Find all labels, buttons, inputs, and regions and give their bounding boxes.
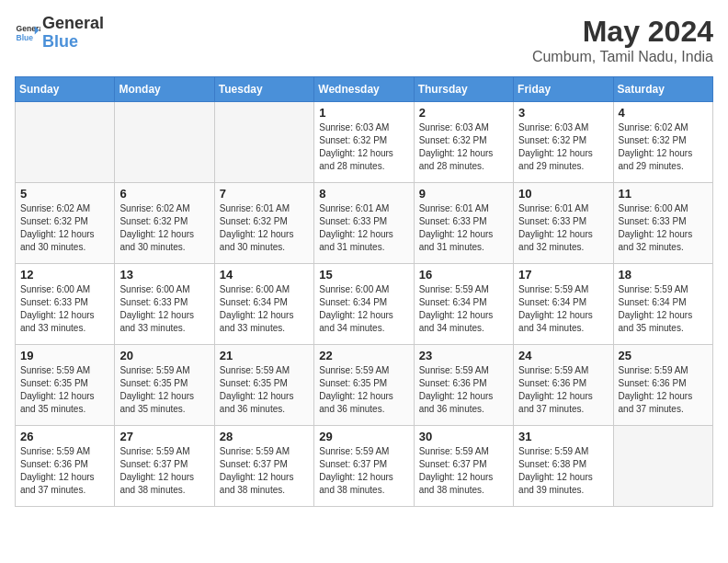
day-info: Sunrise: 5:59 AMSunset: 6:37 PMDaylight:… [220,445,309,497]
calendar-week-2: 5Sunrise: 6:02 AMSunset: 6:32 PMDaylight… [16,183,713,264]
calendar-week-4: 19Sunrise: 5:59 AMSunset: 6:35 PMDayligh… [16,345,713,426]
day-info: Sunrise: 6:01 AMSunset: 6:33 PMDaylight:… [518,202,608,254]
calendar-cell [613,426,712,507]
header-friday: Friday [514,77,613,102]
location: Cumbum, Tamil Nadu, India [532,49,713,65]
day-info: Sunrise: 5:59 AMSunset: 6:36 PMDaylight:… [419,364,508,416]
day-info: Sunrise: 6:00 AMSunset: 6:34 PMDaylight:… [220,283,309,335]
day-number: 12 [20,268,109,282]
day-number: 13 [119,268,209,282]
calendar-cell: 16Sunrise: 5:59 AMSunset: 6:34 PMDayligh… [414,264,513,345]
calendar-cell: 29Sunrise: 5:59 AMSunset: 6:37 PMDayligh… [314,426,414,507]
calendar-cell [214,102,313,183]
day-number: 21 [220,349,309,362]
calendar-cell: 6Sunrise: 6:02 AMSunset: 6:32 PMDaylight… [115,183,214,264]
day-number: 29 [319,430,408,443]
day-number: 22 [319,349,408,362]
page-header: General Blue GeneralBlue May 2024 Cumbum… [15,15,713,65]
calendar-cell: 7Sunrise: 6:01 AMSunset: 6:32 PMDaylight… [214,183,313,264]
day-number: 23 [419,349,508,362]
calendar-cell: 24Sunrise: 5:59 AMSunset: 6:36 PMDayligh… [514,345,613,426]
day-info: Sunrise: 5:59 AMSunset: 6:35 PMDaylight:… [20,364,109,416]
day-number: 5 [20,187,109,201]
day-number: 16 [419,268,508,282]
day-info: Sunrise: 5:59 AMSunset: 6:37 PMDaylight:… [419,445,508,497]
day-info: Sunrise: 6:01 AMSunset: 6:33 PMDaylight:… [419,202,508,254]
day-info: Sunrise: 5:59 AMSunset: 6:35 PMDaylight:… [319,364,408,416]
day-info: Sunrise: 6:03 AMSunset: 6:32 PMDaylight:… [419,121,508,173]
calendar-cell: 10Sunrise: 6:01 AMSunset: 6:33 PMDayligh… [514,183,613,264]
day-info: Sunrise: 6:02 AMSunset: 6:32 PMDaylight:… [119,202,209,254]
day-info: Sunrise: 6:00 AMSunset: 6:33 PMDaylight:… [20,283,109,335]
calendar-cell [16,102,115,183]
day-number: 19 [20,349,109,362]
month-title: May 2024 [532,15,713,49]
calendar-cell: 3Sunrise: 6:03 AMSunset: 6:32 PMDaylight… [514,102,613,183]
day-info: Sunrise: 5:59 AMSunset: 6:36 PMDaylight:… [518,364,608,416]
calendar-cell: 17Sunrise: 5:59 AMSunset: 6:34 PMDayligh… [514,264,613,345]
calendar-week-5: 26Sunrise: 5:59 AMSunset: 6:36 PMDayligh… [16,426,713,507]
calendar-table: SundayMondayTuesdayWednesdayThursdayFrid… [15,76,713,507]
logo-text: GeneralBlue [42,15,104,52]
calendar-cell: 13Sunrise: 6:00 AMSunset: 6:33 PMDayligh… [115,264,214,345]
day-number: 7 [220,187,309,201]
day-number: 10 [518,187,608,201]
calendar-cell: 5Sunrise: 6:02 AMSunset: 6:32 PMDaylight… [16,183,115,264]
calendar-cell: 8Sunrise: 6:01 AMSunset: 6:33 PMDaylight… [314,183,414,264]
calendar-cell: 2Sunrise: 6:03 AMSunset: 6:32 PMDaylight… [414,102,513,183]
calendar-header-row: SundayMondayTuesdayWednesdayThursdayFrid… [16,77,713,102]
day-number: 9 [419,187,508,201]
day-number: 4 [619,106,708,120]
day-info: Sunrise: 5:59 AMSunset: 6:36 PMDaylight:… [619,364,708,416]
day-info: Sunrise: 6:01 AMSunset: 6:32 PMDaylight:… [220,202,309,254]
day-info: Sunrise: 6:03 AMSunset: 6:32 PMDaylight:… [319,121,408,173]
calendar-cell: 26Sunrise: 5:59 AMSunset: 6:36 PMDayligh… [16,426,115,507]
calendar-cell: 25Sunrise: 5:59 AMSunset: 6:36 PMDayligh… [613,345,712,426]
day-info: Sunrise: 5:59 AMSunset: 6:34 PMDaylight:… [419,283,508,335]
day-number: 24 [518,349,608,362]
calendar-cell: 15Sunrise: 6:00 AMSunset: 6:34 PMDayligh… [314,264,414,345]
day-info: Sunrise: 5:59 AMSunset: 6:35 PMDaylight:… [119,364,209,416]
calendar-cell: 22Sunrise: 5:59 AMSunset: 6:35 PMDayligh… [314,345,414,426]
calendar-cell [115,102,214,183]
day-number: 18 [619,268,708,282]
day-number: 26 [20,430,109,443]
header-saturday: Saturday [613,77,712,102]
day-number: 31 [518,430,608,443]
calendar-cell: 1Sunrise: 6:03 AMSunset: 6:32 PMDaylight… [314,102,414,183]
day-info: Sunrise: 5:59 AMSunset: 6:37 PMDaylight:… [119,445,209,497]
day-number: 20 [119,349,209,362]
calendar-cell: 9Sunrise: 6:01 AMSunset: 6:33 PMDaylight… [414,183,513,264]
day-number: 28 [220,430,309,443]
calendar-week-3: 12Sunrise: 6:00 AMSunset: 6:33 PMDayligh… [16,264,713,345]
header-monday: Monday [115,77,214,102]
day-number: 1 [319,106,408,120]
calendar-cell: 31Sunrise: 5:59 AMSunset: 6:38 PMDayligh… [514,426,613,507]
day-number: 30 [419,430,508,443]
day-info: Sunrise: 5:59 AMSunset: 6:34 PMDaylight:… [619,283,708,335]
calendar-cell: 11Sunrise: 6:00 AMSunset: 6:33 PMDayligh… [613,183,712,264]
day-number: 3 [518,106,608,120]
day-number: 2 [419,106,508,120]
calendar-cell: 30Sunrise: 5:59 AMSunset: 6:37 PMDayligh… [414,426,513,507]
day-info: Sunrise: 6:01 AMSunset: 6:33 PMDaylight:… [319,202,408,254]
day-info: Sunrise: 5:59 AMSunset: 6:34 PMDaylight:… [518,283,608,335]
day-number: 14 [220,268,309,282]
day-info: Sunrise: 6:02 AMSunset: 6:32 PMDaylight:… [619,121,708,173]
day-info: Sunrise: 6:00 AMSunset: 6:33 PMDaylight:… [119,283,209,335]
day-info: Sunrise: 5:59 AMSunset: 6:37 PMDaylight:… [319,445,408,497]
day-info: Sunrise: 6:00 AMSunset: 6:33 PMDaylight:… [619,202,708,254]
day-number: 6 [119,187,209,201]
header-tuesday: Tuesday [214,77,313,102]
day-info: Sunrise: 5:59 AMSunset: 6:35 PMDaylight:… [220,364,309,416]
calendar-cell: 12Sunrise: 6:00 AMSunset: 6:33 PMDayligh… [16,264,115,345]
calendar-cell: 23Sunrise: 5:59 AMSunset: 6:36 PMDayligh… [414,345,513,426]
day-info: Sunrise: 6:02 AMSunset: 6:32 PMDaylight:… [20,202,109,254]
day-info: Sunrise: 6:00 AMSunset: 6:34 PMDaylight:… [319,283,408,335]
day-info: Sunrise: 6:03 AMSunset: 6:32 PMDaylight:… [518,121,608,173]
logo-icon: General Blue [15,20,40,46]
day-number: 25 [619,349,708,362]
svg-text:Blue: Blue [17,33,34,42]
day-number: 8 [319,187,408,201]
header-sunday: Sunday [16,77,115,102]
